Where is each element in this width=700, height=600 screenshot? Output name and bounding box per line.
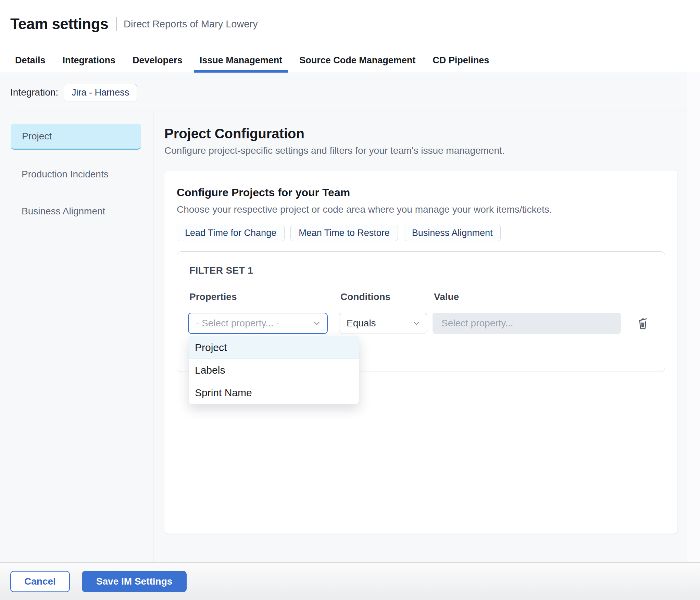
- delete-filter-button[interactable]: [636, 317, 649, 330]
- card-heading: Configure Projects for your Team: [177, 186, 665, 199]
- filter-set-box: FILTER SET 1 Properties Conditions Value…: [177, 251, 665, 372]
- filter-controls-row: - Select property... - Project Labels Sp…: [188, 313, 652, 334]
- conditions-select[interactable]: Equals: [339, 313, 427, 334]
- card-description: Choose your respective project or code a…: [177, 203, 665, 216]
- chip-lead-time-for-change[interactable]: Lead Time for Change: [177, 225, 285, 241]
- trash-icon: [636, 317, 649, 330]
- footer-bar: Cancel Save IM Settings: [0, 562, 700, 600]
- sidebar-item-production-incidents[interactable]: Production Incidents: [0, 162, 153, 187]
- filter-set-title: FILTER SET 1: [188, 265, 652, 276]
- chip-mean-time-to-restore[interactable]: Mean Time to Restore: [290, 225, 398, 241]
- tab-details[interactable]: Details: [9, 48, 51, 73]
- cancel-button[interactable]: Cancel: [10, 571, 70, 592]
- sidebar-item-business-alignment[interactable]: Business Alignment: [0, 199, 153, 224]
- dropdown-option-sprint-name[interactable]: Sprint Name: [189, 382, 359, 404]
- integration-chip[interactable]: Jira - Harness: [64, 84, 137, 101]
- title-separator: [116, 17, 117, 31]
- sidebar-item-project[interactable]: Project: [11, 124, 141, 150]
- section-title: Project Configuration: [164, 125, 700, 142]
- save-im-settings-button[interactable]: Save IM Settings: [82, 571, 187, 592]
- settings-sidebar: Project Production Incidents Business Al…: [0, 112, 153, 562]
- tab-bar: Details Integrations Developers Issue Ma…: [0, 48, 700, 73]
- page-header: Team settings Direct Reports of Mary Low…: [0, 0, 700, 48]
- tab-developers[interactable]: Developers: [127, 48, 188, 73]
- properties-select-placeholder: - Select property... -: [196, 318, 279, 329]
- project-config-card: Configure Projects for your Team Choose …: [164, 171, 677, 534]
- section-description: Configure project-specific settings and …: [164, 145, 700, 157]
- column-header-value: Value: [433, 291, 621, 302]
- chevron-down-icon: [312, 318, 322, 328]
- chip-business-alignment[interactable]: Business Alignment: [404, 225, 501, 241]
- properties-select[interactable]: - Select property... - Project Labels Sp…: [188, 313, 328, 334]
- chevron-down-icon: [412, 318, 421, 328]
- value-input[interactable]: [433, 313, 621, 334]
- integration-label: Integration:: [10, 87, 58, 98]
- main-panel: Project Configuration Configure project-…: [153, 112, 700, 562]
- dropdown-option-project[interactable]: Project: [189, 336, 359, 359]
- column-header-conditions: Conditions: [339, 291, 427, 302]
- content-area: Integration: Jira - Harness Project Prod…: [0, 73, 700, 562]
- page-title: Team settings: [10, 15, 108, 33]
- tab-issue-management[interactable]: Issue Management: [194, 48, 288, 73]
- metric-chip-row: Lead Time for Change Mean Time to Restor…: [177, 225, 665, 241]
- tab-source-code-management[interactable]: Source Code Management: [293, 48, 421, 73]
- dropdown-option-labels[interactable]: Labels: [189, 359, 359, 382]
- filter-column-headers: Properties Conditions Value: [188, 291, 652, 302]
- tab-cd-pipelines[interactable]: CD Pipelines: [427, 48, 495, 73]
- column-header-properties: Properties: [188, 291, 328, 302]
- properties-dropdown: Project Labels Sprint Name: [189, 336, 359, 404]
- tab-integrations[interactable]: Integrations: [57, 48, 122, 73]
- page-subtitle: Direct Reports of Mary Lowery: [124, 18, 258, 30]
- conditions-select-value: Equals: [347, 318, 376, 329]
- horizontal-divider: [10, 112, 688, 112]
- scrollbar-gutter: [687, 73, 700, 562]
- integration-row: Integration: Jira - Harness: [0, 73, 700, 112]
